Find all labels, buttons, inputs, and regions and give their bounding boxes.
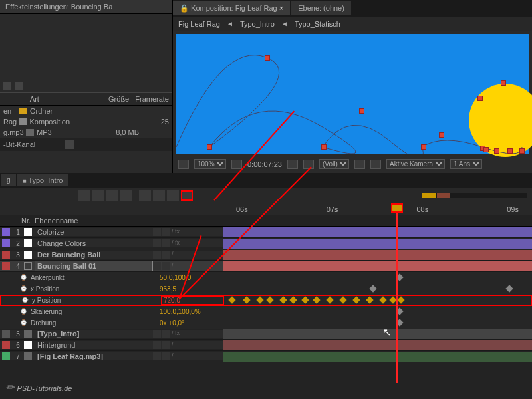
col-framerate[interactable]: Framerate [129,95,169,103]
bit-depth-label[interactable]: -Bit-Kanal [3,140,35,148]
layer-row[interactable]: 7[Fig Leaf Rag.mp3]/ [0,351,532,362]
keyframe-handle[interactable] [265,55,270,61]
property-row[interactable]: ⌚x Position953,5 [0,283,532,295]
trash-icon[interactable] [65,140,74,149]
keyframe-handle[interactable] [439,132,444,138]
stopwatch-icon[interactable]: ⌚ [20,285,28,293]
cursor-icon: ↖ [382,326,391,338]
keyframe-handle[interactable] [321,144,327,150]
stopwatch-icon[interactable]: ⌚ [20,274,28,282]
time-label: 09s [507,205,519,213]
timecode-display[interactable]: 0:00:07:23 [247,160,282,168]
crumb[interactable]: Fig Leaf Rag [178,20,220,28]
cti-head[interactable] [391,203,403,213]
motion-path [176,34,529,154]
aspect-icon[interactable] [231,160,242,169]
project-item[interactable]: Rag Komposition 25 [0,116,172,127]
transparency-icon[interactable] [370,160,381,169]
resolution-dropdown[interactable]: (Voll) [319,159,349,169]
project-item[interactable]: g.mp3 MP3 8,0 MB [0,127,172,138]
grid-icon[interactable] [178,160,189,169]
frame-blend-icon[interactable] [92,190,104,201]
project-columns: Art Größe Framerate [0,93,172,106]
keyframe-handle[interactable] [501,80,506,86]
stopwatch-icon[interactable]: ⌚ [20,308,28,316]
watermark: ✏ PSD-Tutorials.de [5,381,72,394]
timeline-tab[interactable]: ■ Typo_Intro [17,174,68,186]
col-type[interactable]: Art [30,95,96,103]
keyframe-handle[interactable] [477,96,483,101]
keyframe-handle[interactable] [507,148,513,154]
stopwatch-icon[interactable]: ⌚ [20,319,28,327]
layer-row[interactable]: 6Hintergrund/ [0,340,532,351]
shy-icon[interactable] [78,190,90,201]
draft-3d-icon[interactable] [153,190,165,201]
crumb[interactable]: Typo_Intro [240,20,275,28]
keyframe-handle[interactable] [359,108,364,114]
crumb[interactable]: Typo_Statisch [295,20,340,28]
camera-dropdown[interactable]: Aktive Kamera [386,159,445,169]
property-row[interactable]: ⌚Skalierung100,0,100,0% [0,306,532,317]
channel-icon[interactable] [303,160,314,169]
lock-icon: 🔒 [180,4,189,12]
tab-composition[interactable]: 🔒 Komposition: Fig Leaf Rag × [173,1,290,15]
layer-row[interactable]: 3Der Bouncing Ball/ [0,249,532,261]
keyframe-handle[interactable] [421,144,426,150]
stopwatch-icon[interactable]: ⌚ [21,297,29,305]
time-label: 08s [417,205,429,213]
composition-icon [19,118,27,125]
project-header [0,80,172,93]
keyframe-handle[interactable] [519,148,525,154]
live-update-icon[interactable] [167,190,179,201]
col-layername: Ebenenname [35,217,148,225]
folder-icon [19,108,27,114]
time-label: 06s [236,205,248,213]
layer-row-selected[interactable]: 4Bouncing Ball 01/ [0,261,532,272]
property-row-y-position[interactable]: ⌚y Position720,0 [0,295,532,306]
zoom-dropdown[interactable]: 100% [194,159,226,169]
comp-breadcrumbs: Fig Leaf Rag◄ Typo_Intro◄ Typo_Statisch [173,17,532,31]
layer-row[interactable]: 1Colorize/ fx [0,227,532,238]
playhead[interactable] [396,203,398,383]
auto-keyframe-icon[interactable] [139,190,151,201]
keyframe-handle[interactable] [494,148,499,154]
y-position-value: 720,0 [161,295,224,305]
col-size[interactable]: Größe [96,95,129,103]
graph-editor-button[interactable] [181,190,193,201]
snapshot-icon[interactable] [287,160,298,169]
search-icon[interactable] [3,82,11,90]
time-label: 07s [327,205,338,213]
composition-viewer[interactable] [176,34,529,154]
timeline-tab[interactable]: g [1,174,16,186]
brainstorm-icon[interactable] [120,190,132,201]
keyframe-handle[interactable] [207,144,212,150]
views-dropdown[interactable]: 1 Ans [450,159,482,169]
property-row[interactable]: ⌚Drehung0x +0,0° [0,317,532,329]
layer-row[interactable]: 2Change Colors/ fx [0,238,532,249]
col-number: Nr. [21,217,35,225]
keyframe-handle[interactable] [483,147,489,152]
project-item[interactable]: en Ordner [0,106,172,116]
layer-row[interactable]: 5[Typo_Intro]/ fx [0,329,532,340]
property-row[interactable]: ⌚Ankerpunkt50,0,100,0 [0,272,532,283]
tag-icon[interactable] [15,82,23,90]
audio-icon [26,129,34,136]
motion-blur-icon[interactable] [106,190,118,201]
tab-layer[interactable]: Ebene: (ohne) [291,1,351,15]
region-icon[interactable] [354,160,365,169]
effect-settings-header: Effekteinstellungen: Bouncing Ba [0,0,172,14]
